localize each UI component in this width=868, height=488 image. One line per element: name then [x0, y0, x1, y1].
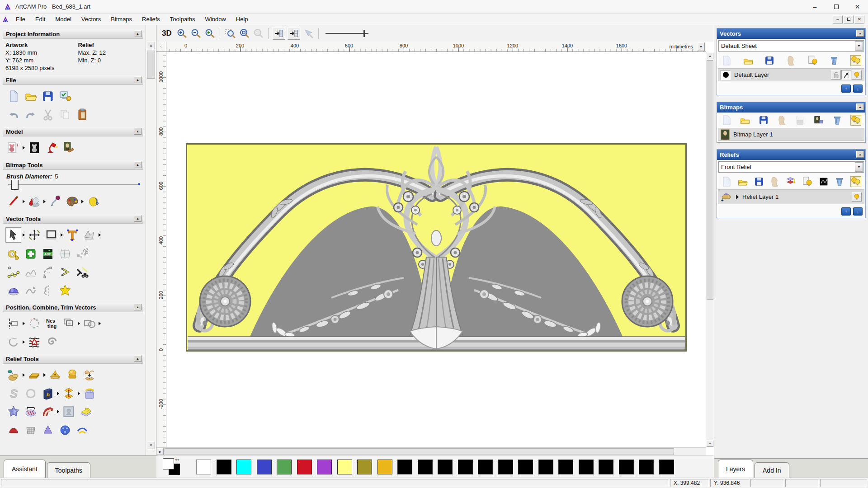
palette-swatch[interactable]	[558, 460, 573, 474]
layer-visible-icon[interactable]	[852, 70, 862, 80]
scroll-up-icon[interactable]: ▲	[147, 42, 155, 49]
palette-swatch[interactable]	[458, 460, 473, 474]
nesting-icon[interactable]: Nesting	[43, 316, 59, 331]
collapse-section-icon[interactable]: ▲	[134, 76, 142, 83]
show-all-layers-icon[interactable]	[850, 115, 861, 126]
relief-selector[interactable]: Front Relief▼	[718, 161, 864, 173]
primary-colour-swatch[interactable]	[163, 458, 174, 469]
toggle-bitmap-view-icon[interactable]	[273, 27, 285, 40]
undo-icon[interactable]	[5, 107, 21, 122]
fit-curve-icon[interactable]	[23, 283, 38, 298]
scrollbar-thumb[interactable]	[165, 448, 674, 455]
new-sheet-icon[interactable]	[721, 55, 732, 66]
bitmap-layer-row[interactable]: Bitmap Layer 1	[718, 128, 864, 141]
palette-swatch[interactable]	[337, 460, 352, 474]
horizontal-scrollbar[interactable]: ▶	[156, 447, 706, 455]
add-texture-icon[interactable]	[61, 140, 76, 155]
view-blend-slider[interactable]	[326, 29, 368, 38]
flyout-arrow-icon[interactable]	[23, 322, 25, 325]
palette-swatch[interactable]	[619, 460, 634, 474]
basket-weave-icon[interactable]	[23, 422, 38, 437]
toggle-visibility-icon[interactable]	[807, 55, 818, 66]
zoom-previous-icon[interactable]	[204, 28, 216, 39]
collapse-section-icon[interactable]: ▲	[134, 304, 142, 310]
extrude-icon[interactable]	[5, 422, 21, 437]
menu-reliefs[interactable]: Reliefs	[137, 14, 165, 25]
zoom-out-icon[interactable]	[190, 28, 202, 39]
palette-swatch[interactable]	[438, 460, 453, 474]
redo-icon[interactable]	[23, 107, 38, 122]
delete-layer-icon[interactable]	[834, 176, 845, 187]
toggle-vector-view-icon[interactable]	[302, 28, 314, 39]
flood-fill-icon[interactable]	[26, 194, 42, 209]
menu-help[interactable]: Help	[231, 14, 253, 25]
ruler-unit-dropdown-icon[interactable]: ▼	[697, 42, 705, 51]
scrollbar-thumb[interactable]	[707, 60, 713, 300]
show-all-layers-icon[interactable]	[850, 176, 861, 187]
mdi-restore-icon[interactable]	[844, 15, 854, 23]
tab-toolpaths[interactable]: Toolpaths	[47, 462, 90, 478]
link-colours-icon[interactable]: ⚯	[175, 457, 179, 462]
menu-edit[interactable]: Edit	[30, 14, 50, 25]
vector-layer-row[interactable]: Default Layer	[718, 68, 864, 81]
spin-relief-icon[interactable]	[40, 422, 56, 437]
palette-swatch[interactable]	[579, 460, 594, 474]
create-rectangle-icon[interactable]	[43, 227, 59, 243]
palette-icon[interactable]	[64, 194, 80, 209]
palette-swatch[interactable]	[518, 460, 533, 474]
palette-swatch[interactable]	[196, 460, 211, 474]
brush-diameter-slider[interactable]	[8, 180, 138, 189]
tab-add-in[interactable]: Add In	[755, 462, 789, 478]
weld-vectors-icon[interactable]	[81, 316, 97, 331]
merge-vectors-icon[interactable]	[786, 55, 797, 66]
cut-icon[interactable]	[40, 107, 56, 122]
measure-icon[interactable]	[5, 246, 21, 262]
menu-bitmaps[interactable]: Bitmaps	[106, 14, 137, 25]
envelope-distort-icon[interactable]	[81, 227, 97, 243]
wrap-relief-icon[interactable]	[81, 386, 97, 401]
layer-colour-icon[interactable]	[721, 70, 731, 80]
transfer-relief-icon[interactable]	[81, 367, 97, 383]
zoom-to-object-icon[interactable]	[252, 28, 264, 39]
new-bitmap-layer-icon[interactable]	[721, 115, 732, 126]
save-model-icon[interactable]	[40, 89, 56, 104]
bridge-wizard-icon[interactable]	[23, 404, 38, 419]
move-layer-up-icon[interactable]: ↑	[841, 84, 851, 93]
maximize-icon[interactable]	[826, 0, 847, 13]
vertical-scrollbar[interactable]: ▲ ▼	[706, 52, 714, 447]
expand-tray-icon[interactable]: ▶	[157, 448, 164, 455]
canvas-2d-view[interactable]: 0 200 400 600 800 1000 1200 1400 1600 mi…	[156, 42, 714, 455]
collapse-section-icon[interactable]: ▲	[134, 355, 142, 362]
weave-wizard-icon[interactable]	[23, 386, 38, 401]
model-drawing-area[interactable]	[166, 52, 706, 447]
palette-swatch[interactable]	[418, 460, 433, 474]
merge-reliefs-icon[interactable]	[769, 176, 780, 187]
relief-clipart-icon[interactable]: b	[40, 386, 56, 401]
distort-mesh-icon[interactable]	[57, 246, 73, 262]
offset-vector-icon[interactable]	[57, 265, 73, 280]
toggle-visibility-icon[interactable]	[802, 176, 813, 187]
snap-points-icon[interactable]	[74, 246, 90, 262]
palette-swatch[interactable]	[538, 460, 553, 474]
greyscale-preview-icon[interactable]	[26, 140, 42, 155]
lighting-icon[interactable]	[43, 140, 59, 155]
vector-texture-icon[interactable]	[26, 334, 42, 350]
mdi-minimize-icon[interactable]: –	[833, 15, 843, 23]
two-rail-sweep-icon[interactable]	[74, 422, 90, 437]
expand-layer-icon[interactable]	[736, 195, 739, 199]
palette-swatch[interactable]	[236, 460, 251, 474]
flyout-arrow-icon[interactable]	[61, 233, 63, 237]
flyout-arrow-icon[interactable]	[23, 146, 25, 150]
slider-handle[interactable]	[12, 180, 18, 189]
palette-swatch[interactable]	[599, 460, 613, 474]
combine-relief-icon[interactable]	[786, 176, 797, 187]
save-vectors-icon[interactable]	[764, 55, 775, 66]
relief-preview-icon[interactable]	[818, 176, 829, 187]
block-copy-icon[interactable]	[23, 246, 38, 262]
colour-picker-icon[interactable]	[47, 194, 63, 209]
smudge-icon[interactable]	[85, 194, 101, 209]
align-vectors-icon[interactable]	[5, 316, 21, 331]
show-all-layers-icon[interactable]	[850, 55, 861, 66]
convert-to-greyscale-icon[interactable]: T	[5, 140, 21, 155]
flyout-arrow-icon[interactable]	[99, 233, 101, 237]
